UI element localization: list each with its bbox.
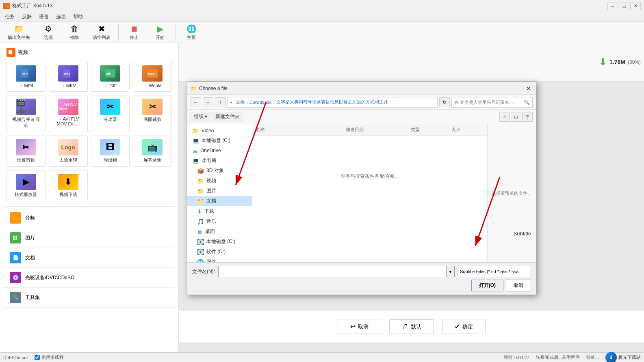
close-button[interactable]: ✕ [630,2,641,10]
export-icon: 🎞 [100,139,120,155]
player-icon: ▶ [16,174,36,190]
confirm-label: 确定 [462,323,473,330]
new-folder-button[interactable]: 新建文件夹 [212,112,243,122]
dialog-nav-this-pc[interactable]: 💻 此电脑 [187,155,252,166]
breadcrumb-downloads[interactable]: Downloads [249,100,271,105]
dialog-nav-d-drive-label: 软件 (D:) [206,248,226,255]
refresh-button[interactable]: ↻ [439,97,450,107]
format-player[interactable]: ▶ 格式播放器 [7,170,46,201]
default-button[interactable]: 🖨 默认 [389,319,434,334]
menu-options[interactable]: 选项 [53,13,69,21]
view-list-button[interactable]: ≡ [499,112,510,122]
format-avitool[interactable]: → AVI FLV MOV → AVI FLV MOV Etc.... [49,95,88,132]
format-webm[interactable]: WebM → WebM [133,62,172,92]
col-size[interactable]: 大小 [451,127,484,133]
menu-help[interactable]: 帮助 [70,13,86,21]
minimize-button[interactable]: ─ [607,2,618,10]
cancel-bottom-button[interactable]: ↩ 取消 [338,319,381,334]
format-record[interactable]: 📺 屏幕录像 [133,136,172,167]
dialog-nav-network[interactable]: 🌐 网络 [187,257,252,262]
breadcrumb-current[interactable]: 文字是人类用符号记录表达信息以传之久远的方式和工具 [276,99,388,105]
dialog-nav-c-drive[interactable]: 💻 本地磁盘 (C:) [187,136,252,146]
clear-list-button[interactable]: ✖ 清空列表 [88,22,115,43]
format-cut[interactable]: ✂ 快速剪辑 [7,136,46,167]
up-button[interactable]: ↑ [215,97,226,107]
dialog-nav-c-drive-2[interactable]: 💽 本地磁盘 (C:) [187,237,252,247]
image-nav-label: 图片 [25,235,35,241]
dialog-nav-video-label: Video [202,128,214,134]
svg-text:♪: ♪ [13,216,15,220]
home-button[interactable]: 🌐 主页 [179,22,204,43]
format-mkv[interactable]: MKV → MKV [49,62,88,92]
format-crop[interactable]: ✂ 画面裁剪 [133,95,172,132]
dialog-nav-downloads-label: 下载 [204,208,214,215]
video-folder-icon: 📁 [192,127,199,134]
sidebar-item-doc[interactable]: 📄 文档 [3,248,175,268]
dialog-nav-3d[interactable]: 📦 3D 对象 [187,166,252,176]
format-video-download[interactable]: ⬇ 视频下载 [49,170,88,201]
maximize-button[interactable]: □ [619,2,629,10]
dialog-nav-desktop[interactable]: 🖥 桌面 [187,226,252,237]
format-watermark[interactable]: Logo 去除水印 [49,136,88,167]
filename-dropdown-arrow[interactable]: ▼ [447,266,455,277]
record-label: 屏幕录像 [143,157,161,163]
search-input[interactable] [454,100,524,105]
output-path-label: D:\FFOutput [3,355,28,360]
menu-task[interactable]: 任务 [2,13,18,21]
dialog-nav-network-label: 网络 [206,259,216,262]
start-button[interactable]: ▶ 开始 [148,22,172,43]
breadcrumb-nav-icon[interactable]: « [230,100,232,105]
format-merge[interactable]: 🎬➕🎵 视频合并 & 混流 [7,95,46,132]
multithread-checkbox[interactable] [35,355,40,360]
menu-language[interactable]: 语言 [36,13,52,21]
view-detail-button[interactable]: □ [511,112,521,122]
format-mp4[interactable]: MP4 → MP4 [7,62,46,92]
filename-input[interactable] [218,266,447,277]
folder-icon: 📁 [14,24,24,34]
col-type[interactable]: 类型 [411,127,451,133]
3d-icon: 📦 [197,168,204,174]
dialog-nav-downloads[interactable]: ⬇ 下载 [187,206,252,216]
dialog-organize-toolbar: 组织 ▾ 新建文件夹 ≡ □ ? [187,110,536,124]
format-gif[interactable]: GIF → GIF [91,62,130,92]
sidebar-item-dvd[interactable]: 💿 光驱设备\DVD\CD\ISO [3,268,175,288]
help-button[interactable]: ? [522,112,533,122]
dialog-close-button[interactable]: ✕ [525,84,533,93]
back-button[interactable]: ← [191,97,201,107]
dialog-cancel-button[interactable]: 取消 [506,280,531,291]
format-split[interactable]: ✂ 分离器 [91,95,130,132]
dialog-nav-video-folder[interactable]: 📁 视频 [187,176,252,186]
dialog-nav-music[interactable]: 🎵 音乐 [187,216,252,226]
download-info: ⬇ 1.78M (30%) [599,56,641,68]
breadcrumb-sep-3: › [273,100,275,105]
sidebar-item-audio[interactable]: ♪ 音频 [3,208,175,228]
breadcrumb-docs[interactable]: 文档 [236,99,245,105]
bottom-panel: ↩ 取消 🖨 默认 ✔ 确定 [179,310,644,343]
dialog-nav-video[interactable]: 📁 Video [187,126,252,136]
dialog-nav-documents[interactable]: 📁 文档 [187,196,252,206]
filetype-select[interactable]: Subtitle Files (*.srt *.ass *.ssa [458,266,531,277]
dialog-title-text: Choose a file [199,86,228,91]
sidebar-item-image[interactable]: 🖼 图片 [3,228,175,248]
remove-button[interactable]: 🗑 移除 [62,22,87,43]
col-date[interactable]: 修改日期 [346,127,411,133]
dialog-nav-onedrive[interactable]: ☁ OneDrive [187,146,252,155]
section-divider-1 [3,206,175,207]
col-name[interactable]: 名称 [256,127,346,133]
organize-button[interactable]: 组织 ▾ [191,112,210,122]
stop-button[interactable]: ⏹ 停止 [122,22,146,43]
cancel-icon: ↩ [350,323,356,330]
options-button[interactable]: ⚙ 选项 [36,22,61,43]
mkv-label: → MKV [61,83,76,88]
open-button[interactable]: 打开(O) [471,280,503,291]
forward-button[interactable]: → [203,97,213,107]
output-folder-button[interactable]: 📁 输出文件夹 [3,22,35,43]
menu-skin[interactable]: 反肤 [19,13,35,21]
sidebar-item-tools[interactable]: 🔧 工具集 [3,288,175,308]
dialog-nav-pictures[interactable]: 📁 图片 [187,186,252,196]
title-bar: 🔧 格式工厂 X64 5.13 ─ □ ✕ [0,0,644,12]
format-export[interactable]: 🎞 导出帧 [91,136,130,167]
confirm-button[interactable]: ✔ 确定 [442,319,486,334]
dialog-nav-d-drive[interactable]: 💽 软件 (D:) [187,247,252,257]
toolbar-separator-2 [176,24,176,41]
